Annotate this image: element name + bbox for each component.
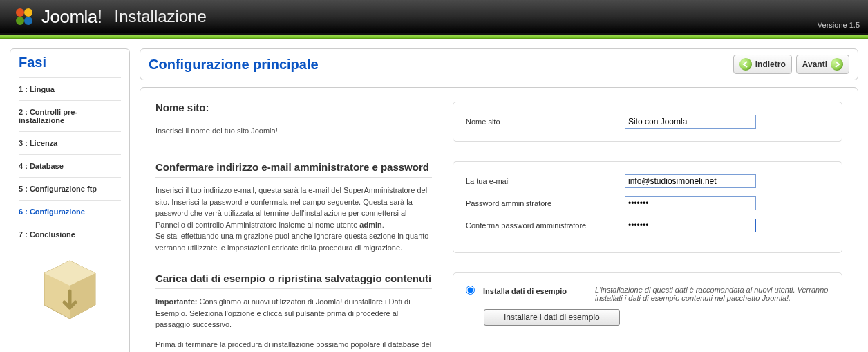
password-confirm-label: Conferma password amministratore [466,221,625,230]
back-button-label: Indietro [755,59,786,69]
install-sample-button[interactable]: Installare i dati di esempio [484,309,620,326]
arrow-left-icon [739,58,752,71]
site-name-heading: Nome sito: [155,102,432,118]
svg-point-1 [24,8,32,17]
site-name-hint: Inserisci il nome del tuo sito Joomla! [155,125,432,137]
step-configurazione[interactable]: 6 : Configurazione [19,200,121,223]
main-content: Nome sito: Inserisci il nome del tuo sit… [140,87,858,352]
section-sample-data: Carica dati di esempio o ripristina salv… [155,272,842,352]
back-button[interactable]: Indietro [733,55,792,74]
header-title: Installazione [115,7,207,26]
sample-hint: Importante: Consigliamo ai nuovi utilizz… [155,296,432,331]
steps-sidebar: Fasi 1 : Lingua 2 : Controlli pre-instal… [10,48,130,352]
step-database[interactable]: 4 : Database [19,154,121,177]
sidebar-title: Fasi [19,55,121,71]
version-label: Versione 1.5 [818,21,860,29]
email-label: La tua e-mail [466,177,625,185]
sample-hint2: Prima di terminare la procedura di insta… [155,339,432,353]
email-input[interactable] [625,174,756,188]
step-ftp[interactable]: 5 : Configurazione ftp [19,177,121,200]
step-conclusione[interactable]: 7 : Conclusione [19,223,121,246]
brand-logo: Joomla! Installazione [14,6,207,28]
joomla-icon [14,6,35,27]
page-title: Configurazione principale [149,57,319,73]
site-name-label: Nome sito [466,118,625,126]
arrow-right-icon [831,58,843,71]
sample-heading: Carica dati di esempio o ripristina salv… [155,272,432,289]
step-controlli[interactable]: 2 : Controlli pre-installazione [19,100,121,131]
step-licenza[interactable]: 3 : Licenza [19,131,121,154]
sample-radio-desc: L'installazione di questi dati è raccoma… [595,286,829,302]
password-confirm-input[interactable] [625,219,756,232]
password-label: Password amministratore [466,199,625,207]
app-header: Joomla! Installazione Versione 1.5 [0,0,868,35]
svg-point-2 [16,17,24,25]
section-site-name: Nome sito: Inserisci il nome del tuo sit… [155,102,842,142]
package-box-icon [19,257,121,328]
svg-point-0 [16,8,24,17]
password-input[interactable] [625,196,756,210]
svg-point-3 [24,17,32,25]
site-name-input[interactable] [625,115,756,129]
admin-hint: Inserisci il tuo indirizzo e-mail, quest… [155,185,432,253]
next-button[interactable]: Avanti [796,55,849,74]
sample-data-radio[interactable] [466,286,475,295]
brand-text: Joomla! [41,6,102,28]
admin-heading: Confermare indirizzo e-mail amministrato… [155,161,432,178]
section-admin: Confermare indirizzo e-mail amministrato… [155,161,842,253]
sample-radio-label: Installa dati di esempio [483,286,587,295]
title-bar: Configurazione principale Indietro Avant… [140,48,858,80]
step-lingua[interactable]: 1 : Lingua [19,77,121,100]
next-button-label: Avanti [802,59,827,69]
